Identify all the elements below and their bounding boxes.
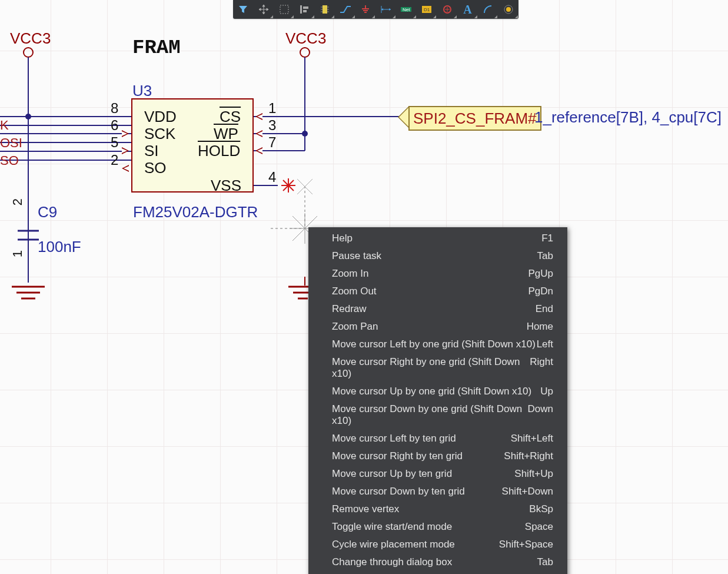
context-menu: HelpF1Pause taskTabZoom InPgUpZoom OutPg…	[308, 227, 567, 574]
menu-item-shortcut: Home	[527, 321, 553, 333]
pin-name: SI	[144, 142, 159, 160]
menu-item-label: Move cursor Right by one grid (Shift Dow…	[332, 356, 530, 380]
designator-icon[interactable]: D1	[417, 0, 437, 19]
menu-item-label: Move cursor Down by one grid (Shift Down…	[332, 403, 528, 427]
menu-item-label: Toggle wire start/end mode	[332, 521, 452, 533]
cap-pin: 1	[10, 250, 25, 257]
pin-dir-icon	[255, 130, 262, 137]
menu-item-shortcut: Shift+Left	[511, 433, 553, 444]
menu-item[interactable]: Toggle wire start/end modeSpace	[308, 518, 567, 536]
menu-item[interactable]: Move cursor Right by one grid (Shift Dow…	[308, 353, 567, 383]
menu-item-label: Move cursor Right by ten grid	[332, 450, 463, 462]
pin-name: VSS	[211, 177, 241, 195]
svg-rect-1	[300, 5, 302, 14]
menu-item-shortcut: F1	[541, 233, 553, 244]
pin-name: SCK	[144, 125, 175, 143]
menu-item-label: Redraw	[332, 303, 367, 315]
menu-item-label: Help	[332, 233, 353, 244]
menu-item[interactable]: Move cursor Up by ten gridShift+Up	[308, 465, 567, 483]
text-icon[interactable]: A	[457, 0, 478, 19]
svg-line-59	[297, 179, 313, 194]
menu-item-label: Pause task	[332, 250, 381, 262]
menu-item-shortcut: PgUp	[528, 268, 553, 280]
wire-icon[interactable]	[335, 0, 355, 19]
pin-dir-icon	[122, 165, 129, 172]
filter-icon[interactable]	[233, 0, 254, 19]
pin-num: 2	[111, 152, 118, 168]
menu-item[interactable]: Cycle wire placement modeShift+Space	[308, 536, 567, 553]
menu-item[interactable]: Move cursor Down by one grid (Shift Down…	[308, 400, 567, 430]
chip-designator[interactable]: U3	[132, 82, 152, 100]
menu-item-shortcut: Tab	[537, 556, 553, 568]
svg-point-26	[24, 48, 33, 57]
schematic-canvas[interactable]: Net D1 A	[0, 0, 728, 574]
menu-item[interactable]: Insert vertexIns	[308, 571, 567, 574]
menu-item-shortcut: Shift+Right	[504, 450, 553, 462]
menu-item[interactable]: Move cursor Up by one grid (Shift Down x…	[308, 383, 567, 400]
dimension-icon[interactable]	[375, 0, 396, 19]
svg-text:Net: Net	[403, 7, 410, 12]
arc-icon[interactable]	[478, 0, 498, 19]
pin-num: 7	[268, 134, 276, 151]
align-icon[interactable]	[294, 0, 315, 19]
pin-name: WP	[214, 125, 238, 143]
menu-item[interactable]: Change through dialog boxTab	[308, 553, 567, 571]
menu-item-label: Remove vertex	[332, 503, 399, 515]
svg-point-24	[506, 7, 511, 12]
cap-ref[interactable]: C9	[38, 203, 57, 221]
menu-item[interactable]: Zoom InPgUp	[308, 265, 567, 283]
netlabel-refs: 1_reference[7B], 4_cpu[7C]	[534, 108, 722, 127]
pin-num: 4	[268, 169, 276, 185]
menu-item-label: Zoom Out	[332, 286, 377, 297]
menu-item-shortcut: Shift+Up	[514, 468, 553, 480]
menu-item[interactable]: Zoom OutPgDn	[308, 283, 567, 300]
rotate-icon[interactable]	[498, 0, 518, 19]
pin-name: CS	[220, 108, 241, 126]
menu-item-shortcut: Space	[525, 521, 553, 533]
pin-num: 1	[268, 100, 276, 117]
net-icon[interactable]: Net	[396, 0, 417, 19]
schematic-title: FRAM	[132, 37, 181, 59]
gnd-icon[interactable]	[355, 0, 376, 19]
selectrect-icon[interactable]	[274, 0, 294, 19]
svg-text:D1: D1	[424, 7, 430, 12]
power-label-left: VCC3	[10, 29, 51, 48]
netlabel-arrow-icon	[398, 106, 409, 128]
menu-item-shortcut: End	[536, 303, 553, 315]
cap-value[interactable]: 100nF	[38, 238, 81, 256]
menu-item[interactable]: Pause taskTab	[308, 247, 567, 265]
svg-point-38	[302, 131, 308, 137]
svg-rect-4	[323, 5, 327, 14]
menu-item-label: Move cursor Left by ten grid	[332, 433, 456, 444]
menu-item-shortcut: Right	[530, 356, 553, 380]
menu-item[interactable]: HelpF1	[308, 230, 567, 247]
menu-item-shortcut: Tab	[537, 250, 553, 262]
svg-rect-0	[280, 5, 288, 14]
menu-item-shortcut: Left	[537, 339, 553, 350]
menu-item[interactable]: Remove vertexBkSp	[308, 500, 567, 518]
menu-item-label: Move cursor Down by ten grid	[332, 486, 465, 497]
svg-line-58	[283, 180, 294, 191]
menu-item[interactable]: Move cursor Right by ten gridShift+Right	[308, 447, 567, 465]
menu-item[interactable]: Move cursor Left by one grid (Shift Down…	[308, 336, 567, 353]
move-icon[interactable]	[254, 0, 274, 19]
svg-point-28	[25, 114, 31, 120]
pin-name: SO	[144, 159, 167, 177]
menu-item-shortcut: Down	[528, 403, 553, 427]
pin-name: VDD	[144, 108, 177, 126]
menu-item[interactable]: Move cursor Down by ten gridShift+Down	[308, 483, 567, 500]
menu-item[interactable]: Move cursor Left by ten gridShift+Left	[308, 430, 567, 447]
svg-point-36	[300, 48, 310, 57]
active-toolbar: Net D1 A	[233, 0, 518, 19]
chip-partnumber[interactable]: FM25V02A-DGTR	[133, 203, 258, 221]
menu-item[interactable]: RedrawEnd	[308, 300, 567, 318]
menu-item-shortcut: PgDn	[528, 286, 553, 297]
netlabel-port[interactable]: SPI2_CS_FRAM#	[408, 106, 541, 131]
pin-num: 5	[111, 134, 118, 151]
probe-icon[interactable]	[437, 0, 457, 19]
svg-rect-2	[303, 6, 308, 9]
part-icon[interactable]	[315, 0, 335, 19]
svg-rect-3	[303, 10, 307, 12]
menu-item-shortcut: Shift+Down	[502, 486, 553, 497]
menu-item[interactable]: Zoom PanHome	[308, 318, 567, 336]
